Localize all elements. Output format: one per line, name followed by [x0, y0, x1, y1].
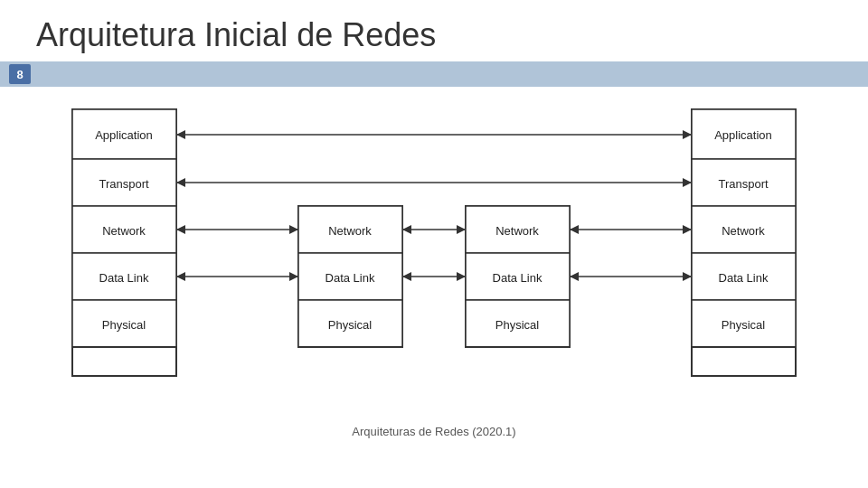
svg-marker-63 — [683, 272, 692, 281]
svg-text:Data Link: Data Link — [719, 271, 769, 285]
svg-marker-54 — [683, 225, 692, 234]
svg-marker-51 — [457, 225, 466, 234]
svg-text:Application: Application — [714, 128, 772, 142]
slide-number: 8 — [9, 64, 31, 84]
svg-text:Data Link: Data Link — [493, 271, 542, 285]
svg-marker-59 — [402, 272, 411, 281]
svg-marker-48 — [289, 225, 298, 234]
svg-marker-47 — [176, 225, 185, 234]
svg-text:Physical: Physical — [328, 318, 373, 332]
slide-number-bar: 8 — [0, 61, 868, 87]
svg-text:Transport: Transport — [718, 177, 769, 191]
footer-text: Arquiteturas de Redes (2020.1) — [352, 425, 515, 438]
svg-marker-41 — [176, 130, 185, 139]
svg-text:Network: Network — [495, 224, 539, 238]
svg-text:Data Link: Data Link — [326, 271, 375, 285]
network-diagram: Application Transport Network Data Link … — [36, 96, 832, 421]
svg-text:Physical: Physical — [102, 318, 146, 332]
svg-marker-44 — [176, 178, 185, 187]
svg-text:Network: Network — [722, 224, 765, 238]
svg-text:Physical: Physical — [722, 318, 766, 332]
svg-marker-45 — [683, 178, 692, 187]
svg-marker-57 — [289, 272, 298, 281]
svg-marker-42 — [683, 130, 692, 139]
page-title: Arquitetura Inicial de Redes — [0, 0, 868, 61]
svg-text:Data Link: Data Link — [99, 271, 149, 285]
svg-marker-62 — [570, 272, 579, 281]
diagram-area: Application Transport Network Data Link … — [0, 87, 868, 438]
svg-text:Network: Network — [328, 224, 372, 238]
svg-text:Physical: Physical — [495, 318, 540, 332]
svg-marker-60 — [457, 272, 466, 281]
svg-text:Application: Application — [95, 128, 153, 142]
svg-marker-53 — [570, 225, 579, 234]
svg-marker-56 — [176, 272, 185, 281]
svg-text:Network: Network — [102, 224, 146, 238]
svg-marker-50 — [402, 225, 411, 234]
svg-text:Transport: Transport — [99, 177, 149, 191]
